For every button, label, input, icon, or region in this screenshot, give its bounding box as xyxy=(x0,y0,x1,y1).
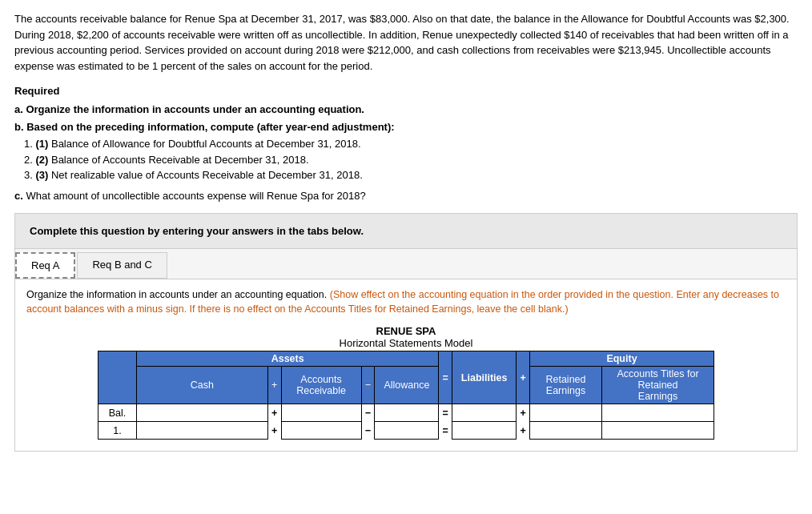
cash-header: Cash xyxy=(137,367,268,404)
req-item-1: 1. (1) Balance of Allowance for Doubtful… xyxy=(24,136,798,152)
table-wrapper: RENUE SPA Horizontal Statements Model As… xyxy=(26,325,786,440)
bal-titles-input[interactable] xyxy=(605,408,710,419)
problem-text: The accounts receivable balance for Renu… xyxy=(14,11,798,74)
row1-retained-input[interactable] xyxy=(533,425,598,436)
row1-plus1: + xyxy=(267,422,281,440)
equals-col: = xyxy=(439,351,452,404)
bal-event-cell: Bal. xyxy=(98,404,137,422)
bal-equals: = xyxy=(439,404,452,422)
tab-content-req-a: Organize the information in accounts und… xyxy=(15,279,797,452)
row1-titles-input[interactable] xyxy=(605,425,710,436)
tabs-area: Req A Req B and C Organize the informati… xyxy=(14,249,798,452)
tab-req-a-label: Req A xyxy=(31,259,59,271)
header-row-cash: Cash + AccountsReceivable − Allowance Re… xyxy=(98,367,714,404)
tab-req-a[interactable]: Req A xyxy=(15,252,75,279)
bal-allowance-input[interactable] xyxy=(378,408,435,419)
req-item-b: b. Based on the preceding information, c… xyxy=(14,119,798,135)
tabs-row: Req A Req B and C xyxy=(15,249,797,279)
bal-ar-input[interactable] xyxy=(285,408,358,419)
req-item-2: 2. (2) Balance of Accounts Receivable at… xyxy=(24,152,798,168)
bal-plus1: + xyxy=(267,404,281,422)
required-section: Required a. Organize the information in … xyxy=(14,85,798,202)
row1-titles-cell[interactable] xyxy=(602,422,714,440)
event-col-header xyxy=(98,351,137,404)
row1-allowance-cell[interactable] xyxy=(375,422,439,440)
row1-liabilities-input[interactable] xyxy=(456,425,513,436)
row1-cash-input[interactable] xyxy=(140,425,264,436)
complete-box-text: Complete this question by entering your … xyxy=(30,225,364,237)
req-item-c: c. What amount of uncollectible accounts… xyxy=(14,190,798,202)
row1-equals: = xyxy=(439,422,452,440)
table-row-bal: Bal. + − = + xyxy=(98,404,714,422)
bal-minus: − xyxy=(361,404,375,422)
row1-allowance-input[interactable] xyxy=(378,425,435,436)
ar-header: AccountsReceivable xyxy=(281,367,361,404)
row1-ar-input[interactable] xyxy=(285,425,358,436)
bal-retained-cell[interactable] xyxy=(530,404,602,422)
assets-header: Assets xyxy=(137,351,439,367)
instruction-text: Organize the information in accounts und… xyxy=(26,287,786,318)
bal-retained-input[interactable] xyxy=(533,408,598,419)
table-row-1: 1. + − = + xyxy=(98,422,714,440)
liabilities-header: Liabilities xyxy=(452,351,517,404)
minus-assets: − xyxy=(361,367,375,404)
req-item-a: a. Organize the information in accounts … xyxy=(14,102,798,118)
required-label: Required xyxy=(14,85,798,97)
tab-req-b[interactable]: Req B and C xyxy=(77,252,167,279)
bal-allowance-cell[interactable] xyxy=(375,404,439,422)
bal-cash-input[interactable] xyxy=(140,408,264,419)
accounts-titles-header: Accounts Titles for RetainedEarnings xyxy=(602,367,714,404)
bal-liabilities-cell[interactable] xyxy=(452,404,517,422)
row1-retained-cell[interactable] xyxy=(530,422,602,440)
allowance-header: Allowance xyxy=(375,367,439,404)
equity-header: Equity xyxy=(530,351,714,367)
header-row-assets: Assets = Liabilities + Equity xyxy=(98,351,714,367)
row1-event-cell: 1. xyxy=(98,422,137,440)
plus-col: + xyxy=(517,351,530,404)
outer-table: RENUE SPA Horizontal Statements Model As… xyxy=(98,325,714,440)
main-content: The accounts receivable balance for Renu… xyxy=(0,0,812,460)
bal-liabilities-input[interactable] xyxy=(456,408,513,419)
bal-cash-cell[interactable] xyxy=(137,404,268,422)
req-item-3: 3. (3) Net realizable value of Accounts … xyxy=(24,167,798,183)
accounting-table: Assets = Liabilities + Equity Cash + Acc… xyxy=(98,351,714,440)
instruction-main: Organize the information in accounts und… xyxy=(26,289,327,300)
table-subtitle: Horizontal Statements Model xyxy=(98,337,714,349)
table-title-area: RENUE SPA Horizontal Statements Model xyxy=(98,325,714,349)
row1-cash-cell[interactable] xyxy=(137,422,268,440)
retained-header: RetainedEarnings xyxy=(530,367,602,404)
row1-plus2: + xyxy=(517,422,530,440)
row1-minus: − xyxy=(361,422,375,440)
row1-liabilities-cell[interactable] xyxy=(452,422,517,440)
row1-ar-cell[interactable] xyxy=(281,422,361,440)
problem-paragraph: The accounts receivable balance for Renu… xyxy=(14,13,790,72)
bal-plus2: + xyxy=(517,404,530,422)
table-title: RENUE SPA xyxy=(98,325,714,337)
complete-box: Complete this question by entering your … xyxy=(14,213,798,249)
tab-req-b-label: Req B and C xyxy=(92,259,151,271)
bal-titles-cell[interactable] xyxy=(602,404,714,422)
bal-ar-cell[interactable] xyxy=(281,404,361,422)
plus-assets: + xyxy=(267,367,281,404)
req-numbered-items: 1. (1) Balance of Allowance for Doubtful… xyxy=(14,136,798,183)
